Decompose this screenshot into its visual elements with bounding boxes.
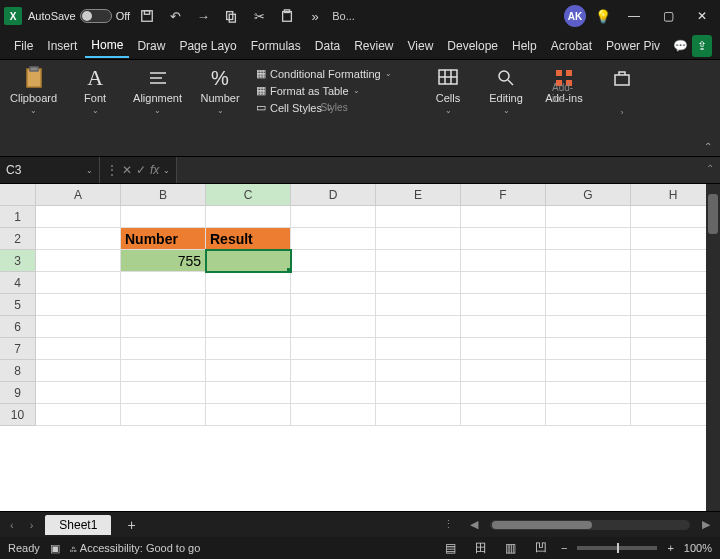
cell-E9[interactable] [376,382,461,404]
scroll-left-icon[interactable]: ◀ [466,518,482,531]
cell-A4[interactable] [36,272,121,294]
cell-A2[interactable] [36,228,121,250]
cell-H10[interactable] [631,404,716,426]
scrollbar-thumb[interactable] [708,194,718,234]
number-button[interactable]: % Number ⌄ [196,64,244,117]
tab-view[interactable]: View [402,35,440,57]
cell-C1[interactable] [206,206,291,228]
more-button[interactable]: › [598,64,646,119]
cell-C6[interactable] [206,316,291,338]
col-header-A[interactable]: A [36,184,121,206]
cells-button[interactable]: Cells ⌄ [424,64,472,117]
select-all-corner[interactable] [0,184,36,206]
cell-D9[interactable] [291,382,376,404]
expand-icon[interactable]: ⌃ [706,163,714,174]
page-layout-icon[interactable]: ▥ [501,541,521,555]
tab-review[interactable]: Review [348,35,399,57]
page-break-icon[interactable]: 凹 [531,540,551,557]
tab-acrobat[interactable]: Acrobat [545,35,598,57]
cell-E2[interactable] [376,228,461,250]
share-button[interactable]: ⇪ [692,35,712,57]
cell-C10[interactable] [206,404,291,426]
row-header-10[interactable]: 10 [0,404,36,426]
comments-button[interactable]: 💬 [670,35,690,57]
cell-B3[interactable]: 755 [121,250,206,272]
cell-A7[interactable] [36,338,121,360]
zoom-in-button[interactable]: + [667,542,673,554]
cell-C3[interactable] [206,250,291,272]
cell-B8[interactable] [121,360,206,382]
tab-power-pivot[interactable]: Power Piv [600,35,666,57]
horizontal-scrollbar[interactable] [490,520,690,530]
cell-A1[interactable] [36,206,121,228]
cell-D8[interactable] [291,360,376,382]
cell-H4[interactable] [631,272,716,294]
spreadsheet-grid[interactable]: A B C D E F G H 1 2 Number Result 3 755 … [0,184,720,511]
cell-D7[interactable] [291,338,376,360]
sheet-tab-active[interactable]: Sheet1 [45,515,111,535]
cell-E3[interactable] [376,250,461,272]
col-header-F[interactable]: F [461,184,546,206]
font-button[interactable]: A Font ⌄ [71,64,119,117]
cell-B2[interactable]: Number [121,228,206,250]
cell-H7[interactable] [631,338,716,360]
cell-B10[interactable] [121,404,206,426]
cell-F10[interactable] [461,404,546,426]
fx-icon[interactable]: fx [150,163,159,177]
minimize-button[interactable]: — [620,5,648,27]
row-header-2[interactable]: 2 [0,228,36,250]
macro-icon[interactable]: ▣ [50,542,60,555]
col-header-C[interactable]: C [206,184,291,206]
cell-G7[interactable] [546,338,631,360]
cell-E4[interactable] [376,272,461,294]
cell-C4[interactable] [206,272,291,294]
chevron-down-icon[interactable]: ⌄ [163,166,170,175]
cell-C2[interactable]: Result [206,228,291,250]
cell-D3[interactable] [291,250,376,272]
cell-F9[interactable] [461,382,546,404]
cell-F8[interactable] [461,360,546,382]
zoom-slider[interactable] [577,546,657,550]
tab-developer[interactable]: Develope [441,35,504,57]
cell-C5[interactable] [206,294,291,316]
save-icon[interactable] [136,5,158,27]
cell-B4[interactable] [121,272,206,294]
cell-G3[interactable] [546,250,631,272]
tab-data[interactable]: Data [309,35,346,57]
dots-icon[interactable]: ⋮ [106,163,118,177]
cell-H8[interactable] [631,360,716,382]
row-header-4[interactable]: 4 [0,272,36,294]
clipboard-button[interactable]: Clipboard ⌄ [6,64,61,117]
cell-H2[interactable] [631,228,716,250]
cell-B6[interactable] [121,316,206,338]
cell-E5[interactable] [376,294,461,316]
cell-F7[interactable] [461,338,546,360]
confirm-icon[interactable]: ✓ [136,163,146,177]
col-header-H[interactable]: H [631,184,716,206]
cell-H1[interactable] [631,206,716,228]
row-header-5[interactable]: 5 [0,294,36,316]
cell-A9[interactable] [36,382,121,404]
redo-icon[interactable]: → [192,5,214,27]
cell-G4[interactable] [546,272,631,294]
cell-A6[interactable] [36,316,121,338]
col-header-B[interactable]: B [121,184,206,206]
add-sheet-button[interactable]: + [119,517,143,533]
row-header-6[interactable]: 6 [0,316,36,338]
cell-C7[interactable] [206,338,291,360]
row-header-9[interactable]: 9 [0,382,36,404]
collapse-ribbon-icon[interactable]: ⌃ [704,141,712,152]
cell-F6[interactable] [461,316,546,338]
cell-A3[interactable] [36,250,121,272]
cell-F5[interactable] [461,294,546,316]
col-header-G[interactable]: G [546,184,631,206]
cell-F1[interactable] [461,206,546,228]
col-header-D[interactable]: D [291,184,376,206]
cell-G1[interactable] [546,206,631,228]
cell-A8[interactable] [36,360,121,382]
overflow-icon[interactable]: » [304,5,326,27]
cell-B9[interactable] [121,382,206,404]
tab-formulas[interactable]: Formulas [245,35,307,57]
cell-D6[interactable] [291,316,376,338]
row-header-8[interactable]: 8 [0,360,36,382]
